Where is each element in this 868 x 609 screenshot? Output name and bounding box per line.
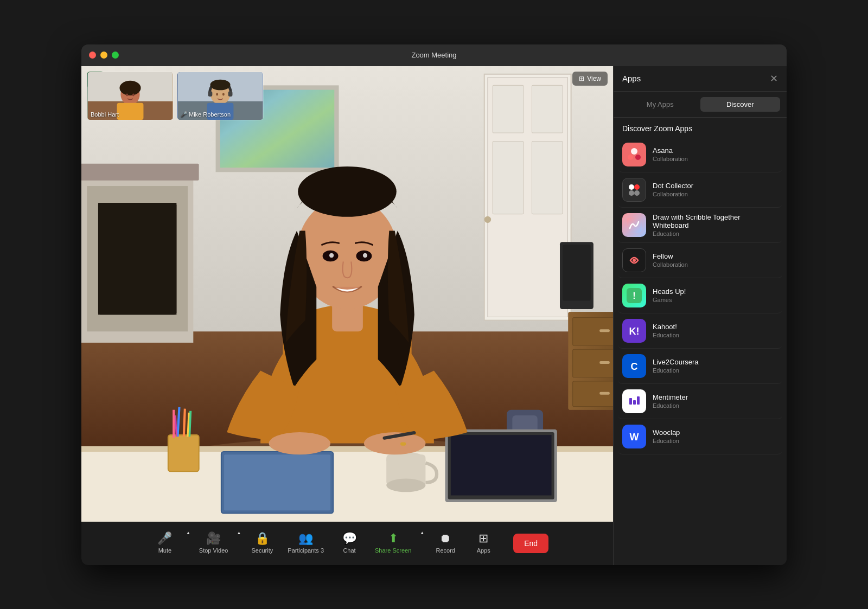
- asana-name: Asana: [653, 146, 778, 155]
- thumbnail-mike-label: 🎤 Mike Robertson: [181, 111, 231, 118]
- share-screen-label: Share Screen: [375, 547, 411, 554]
- headsup-name: Heads Up!: [653, 287, 778, 296]
- security-button[interactable]: 🔒 Security: [243, 528, 281, 558]
- record-icon: ⏺: [439, 533, 451, 544]
- zoom-window: Zoom Meeting 🛡: [81, 44, 787, 565]
- mute-label: Mute: [158, 547, 171, 554]
- tab-discover[interactable]: Discover: [700, 97, 781, 112]
- svg-point-82: [634, 190, 640, 196]
- dot-collector-name: Dot Collector: [653, 182, 778, 190]
- app-item-mentimeter[interactable]: Mentimeter Education: [618, 384, 782, 419]
- chat-icon: 💬: [342, 533, 357, 544]
- svg-line-53: [184, 408, 185, 437]
- svg-point-5: [126, 93, 128, 96]
- scribble-icon: [622, 213, 646, 237]
- window-title: Zoom Meeting: [411, 51, 456, 59]
- svg-text:K!: K!: [629, 326, 640, 337]
- kahoot-info: Kahoot! Education: [653, 323, 778, 338]
- svg-text:!: !: [633, 291, 635, 300]
- svg-rect-4: [117, 102, 144, 119]
- dot-collector-icon: [622, 178, 646, 202]
- mike-name: Mike Robertson: [189, 111, 231, 118]
- wooclap-icon: W: [622, 425, 646, 448]
- video-icon: 🎥: [206, 533, 221, 544]
- svg-point-72: [269, 432, 330, 454]
- svg-rect-23: [81, 163, 199, 180]
- chevron-up-icon-3: ▲: [420, 530, 424, 535]
- record-label: Record: [436, 547, 455, 554]
- app-item-kahoot[interactable]: K! Kahoot! Education: [618, 313, 782, 349]
- close-button[interactable]: [89, 52, 96, 59]
- chat-button[interactable]: 💬 Chat: [330, 528, 368, 558]
- participant-thumbnails: Bobbi Hart: [87, 72, 264, 120]
- scribble-info: Draw with Scribble Together Whiteboard E…: [653, 213, 778, 237]
- tab-my-apps[interactable]: My Apps: [620, 97, 700, 112]
- discover-title: Discover Zoom Apps: [614, 118, 787, 137]
- security-label: Security: [251, 547, 273, 554]
- end-button[interactable]: End: [513, 534, 548, 553]
- apps-label: Apps: [477, 547, 490, 554]
- app-item-scribble[interactable]: Draw with Scribble Together Whiteboard E…: [618, 208, 782, 243]
- mute-chevron-button[interactable]: ▲: [184, 522, 193, 565]
- svg-rect-42: [599, 329, 610, 332]
- svg-rect-33: [532, 141, 563, 214]
- fellow-name: Fellow: [653, 252, 778, 260]
- svg-rect-36: [563, 245, 591, 300]
- svg-rect-43: [599, 361, 610, 363]
- wooclap-name: Wooclap: [653, 428, 778, 437]
- svg-point-79: [629, 184, 634, 190]
- mute-button[interactable]: 🎤 Mute: [146, 528, 184, 558]
- coursera-name: Live2Coursera: [653, 358, 778, 366]
- app-item-fellow[interactable]: Fellow Collaboration: [618, 243, 782, 278]
- svg-point-34: [484, 216, 491, 222]
- app-item-wooclap[interactable]: W Wooclap Education: [618, 419, 782, 454]
- title-bar: Zoom Meeting: [81, 44, 787, 66]
- share-screen-button[interactable]: ⬆ Share Screen: [368, 528, 418, 558]
- wooclap-info: Wooclap Education: [653, 428, 778, 444]
- svg-point-64: [386, 478, 425, 492]
- app-item-dot-collector[interactable]: Dot Collector Collaboration: [618, 172, 782, 208]
- svg-rect-10: [208, 91, 213, 97]
- svg-line-56: [188, 412, 189, 436]
- svg-rect-25: [98, 203, 176, 315]
- participants-button[interactable]: 👥 Participants 3: [281, 528, 330, 558]
- apps-button[interactable]: ⊞ Apps: [464, 528, 502, 558]
- traffic-lights: [89, 52, 119, 59]
- apps-sidebar: Apps ✕ My Apps Discover Discover Zoom Ap…: [613, 66, 787, 565]
- mentimeter-info: Mentimeter Education: [653, 393, 778, 409]
- wooclap-category: Education: [653, 438, 778, 444]
- apps-tabs: My Apps Discover: [614, 92, 787, 118]
- svg-point-12: [210, 79, 230, 90]
- fullscreen-button[interactable]: [112, 52, 119, 59]
- thumbnail-bobbi[interactable]: Bobbi Hart: [87, 72, 174, 120]
- app-item-headsup[interactable]: ! Heads Up! Games: [618, 278, 782, 313]
- video-chevron-button[interactable]: ▲: [234, 522, 243, 565]
- svg-point-14: [216, 93, 218, 95]
- svg-point-80: [634, 184, 640, 190]
- svg-rect-75: [400, 442, 406, 445]
- apps-close-button[interactable]: ✕: [770, 74, 778, 84]
- svg-point-3: [119, 80, 141, 95]
- share-screen-chevron-button[interactable]: ▲: [418, 522, 426, 565]
- main-video-svg: [81, 66, 613, 522]
- svg-point-15: [222, 93, 225, 95]
- share-screen-icon: ⬆: [388, 533, 398, 544]
- svg-rect-58: [224, 454, 330, 510]
- svg-rect-95: [637, 396, 640, 405]
- microphone-icon: 🎤: [157, 533, 172, 544]
- thumbnail-mike[interactable]: 🎤 Mike Robertson: [177, 72, 264, 120]
- minimize-button[interactable]: [100, 52, 107, 59]
- svg-point-70: [329, 253, 334, 257]
- scribble-category: Education: [653, 230, 778, 237]
- coursera-category: Education: [653, 367, 778, 374]
- view-button[interactable]: ⊞ View: [572, 72, 608, 86]
- svg-rect-93: [629, 398, 632, 405]
- mute-icon: 🎤: [181, 111, 187, 117]
- thumbnail-bobbi-label: Bobbi Hart: [91, 111, 119, 118]
- app-item-asana[interactable]: Asana Collaboration: [618, 137, 782, 172]
- app-item-coursera[interactable]: C Live2Coursera Education: [618, 349, 782, 384]
- stop-video-button[interactable]: 🎥 Stop Video: [193, 528, 235, 558]
- svg-point-81: [629, 190, 634, 196]
- apps-icon: ⊞: [478, 533, 488, 544]
- record-button[interactable]: ⏺ Record: [426, 528, 464, 558]
